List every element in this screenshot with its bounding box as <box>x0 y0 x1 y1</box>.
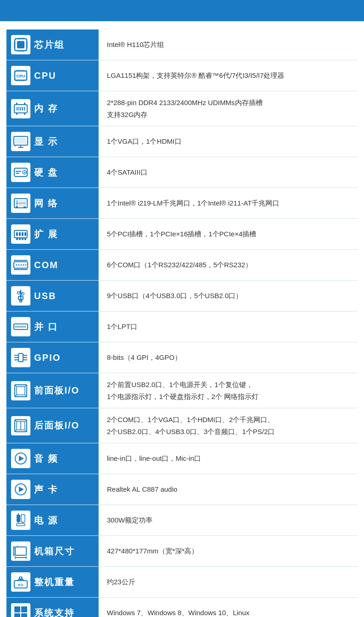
svg-rect-51 <box>16 238 18 240</box>
label-text-soundcard: 声 卡 <box>34 483 58 496</box>
table-row: KG 整机重量约23公斤 <box>6 567 358 598</box>
table-row: 芯片组Intel® H110芯片组 <box>6 29 358 60</box>
specs-table: 芯片组Intel® H110芯片组 CPU CPULGA1151构架，支持英特尔… <box>6 29 358 617</box>
svg-rect-107 <box>17 515 20 522</box>
value-cell-network: 1个Intel® i219-LM千兆网口，1个Intel® i211-AT千兆网… <box>99 188 358 219</box>
svg-rect-9 <box>20 38 22 39</box>
label-text-audio: 音 频 <box>34 452 58 465</box>
value-cell-dimensions: 427*480*177mm（宽*深*高） <box>99 536 358 567</box>
label-text-display: 显 示 <box>34 135 58 148</box>
label-cell-usb: USB <box>6 281 99 311</box>
header <box>0 0 364 21</box>
label-cell-memory: 内 存 <box>6 91 99 126</box>
svg-rect-46 <box>16 206 18 208</box>
gpio-icon <box>11 348 30 367</box>
svg-rect-124 <box>14 606 20 612</box>
svg-marker-104 <box>19 456 24 461</box>
svg-point-122 <box>19 577 22 580</box>
network-icon <box>11 194 30 213</box>
svg-rect-91 <box>17 387 25 395</box>
label-text-frontio: 前面板I/O <box>34 384 80 397</box>
svg-rect-27 <box>16 103 18 105</box>
parallel-icon <box>11 317 30 336</box>
label-text-os: 系统支持 <box>34 607 75 617</box>
value-cell-power: 300W额定功率 <box>99 505 358 536</box>
power-icon <box>11 511 30 530</box>
os-icon <box>11 603 30 617</box>
value-cell-gpio: 8-bits（4 GPI，4GPO） <box>99 342 358 373</box>
label-cell-reario: 后面板I/O <box>6 408 99 443</box>
label-text-reario: 后面板I/O <box>34 419 80 432</box>
svg-rect-26 <box>24 113 25 115</box>
svg-rect-23 <box>23 80 24 81</box>
svg-rect-33 <box>24 107 25 111</box>
dimensions-icon <box>11 541 30 561</box>
svg-rect-113 <box>15 547 26 555</box>
label-cell-weight: KG 整机重量 <box>6 567 99 598</box>
display-icon <box>11 132 30 151</box>
label-text-com: COM <box>34 260 59 270</box>
table-row: 并 口1个LPT口 <box>6 311 358 342</box>
value-cell-display: 1个VGA口，1个HDMI口 <box>99 126 358 157</box>
label-cell-audio: 音 频 <box>6 443 99 474</box>
cpu-icon: CPU <box>11 66 30 85</box>
svg-rect-54 <box>24 238 26 240</box>
svg-rect-19 <box>23 70 24 71</box>
label-cell-hdd: 硬 盘 <box>6 157 99 188</box>
svg-rect-21 <box>18 80 20 81</box>
label-cell-dimensions: 机箱尺寸 <box>6 536 99 567</box>
svg-rect-28 <box>24 103 25 105</box>
value-cell-expansion: 5个PCI插槽，1个PCIe×16插槽，1个PCIe×4插槽 <box>99 219 358 250</box>
svg-rect-57 <box>22 232 23 236</box>
svg-point-62 <box>21 264 22 266</box>
svg-rect-127 <box>21 613 27 617</box>
hdd-icon <box>11 163 30 182</box>
svg-rect-16 <box>16 70 18 71</box>
label-cell-frontio: 前面板I/O <box>6 373 99 408</box>
svg-point-38 <box>15 146 16 147</box>
table-row: COM6个COM口（1个RS232/422/485，5个RS232） <box>6 250 358 281</box>
svg-rect-2 <box>14 42 15 43</box>
svg-marker-106 <box>19 487 24 492</box>
svg-rect-13 <box>23 50 24 52</box>
svg-rect-30 <box>18 107 19 111</box>
svg-rect-37 <box>18 147 23 148</box>
table-row: USB9个USB口（4个USB3.0口，5个USB2.0口） <box>6 281 358 311</box>
value-cell-chipset: Intel® H110芯片组 <box>99 29 358 60</box>
table-row: 机箱尺寸427*480*177mm（宽*深*高） <box>6 536 358 567</box>
svg-rect-4 <box>14 47 15 48</box>
table-row: 系统支持Windows 7、Windows 8、Windows 10、Linux <box>6 598 358 617</box>
table-row: CPU CPULGA1151构架，支持英特尔® 酷睿™6代/7代I3/I5/I7… <box>6 60 358 91</box>
svg-rect-35 <box>15 138 26 144</box>
value-cell-cpu: LGA1151构架，支持英特尔® 酷睿™6代/7代I3/I5/I7处理器 <box>99 60 358 91</box>
svg-rect-12 <box>20 50 22 52</box>
svg-rect-20 <box>16 80 18 81</box>
table-row: 硬 盘4个SATAIII口 <box>6 157 358 188</box>
svg-rect-53 <box>22 238 23 240</box>
svg-text:KG: KG <box>18 583 23 587</box>
svg-rect-32 <box>22 107 23 111</box>
svg-rect-1 <box>17 41 24 48</box>
value-cell-frontio: 2个前置USB2.0口、1个电源开关，1个复位键，1个电源指示灯，1个硬盘指示灯… <box>99 373 358 408</box>
svg-point-64 <box>25 264 27 266</box>
svg-text:CPU: CPU <box>16 74 25 78</box>
svg-rect-126 <box>14 613 20 617</box>
svg-rect-17 <box>18 70 20 71</box>
label-text-gpio: GPIO <box>34 353 61 363</box>
value-cell-hdd: 4个SATAIII口 <box>99 157 358 188</box>
svg-rect-109 <box>21 515 25 522</box>
table-row: 声 卡Realtek AL C887 audio <box>6 474 358 505</box>
svg-rect-25 <box>16 113 18 115</box>
svg-rect-39 <box>14 168 27 176</box>
soundcard-icon <box>11 480 30 499</box>
usb-icon <box>11 286 30 306</box>
label-text-network: 网 络 <box>34 197 58 210</box>
label-text-dimensions: 机箱尺寸 <box>34 545 75 558</box>
svg-rect-43 <box>16 173 19 174</box>
svg-point-61 <box>18 264 20 266</box>
value-cell-soundcard: Realtek AL C887 audio <box>99 474 358 505</box>
audio-icon <box>11 449 30 468</box>
label-text-weight: 整机重量 <box>34 576 75 588</box>
frontio-icon <box>11 381 30 400</box>
table-row: 前面板I/O2个前置USB2.0口、1个电源开关，1个复位键，1个电源指示灯，1… <box>6 373 358 408</box>
